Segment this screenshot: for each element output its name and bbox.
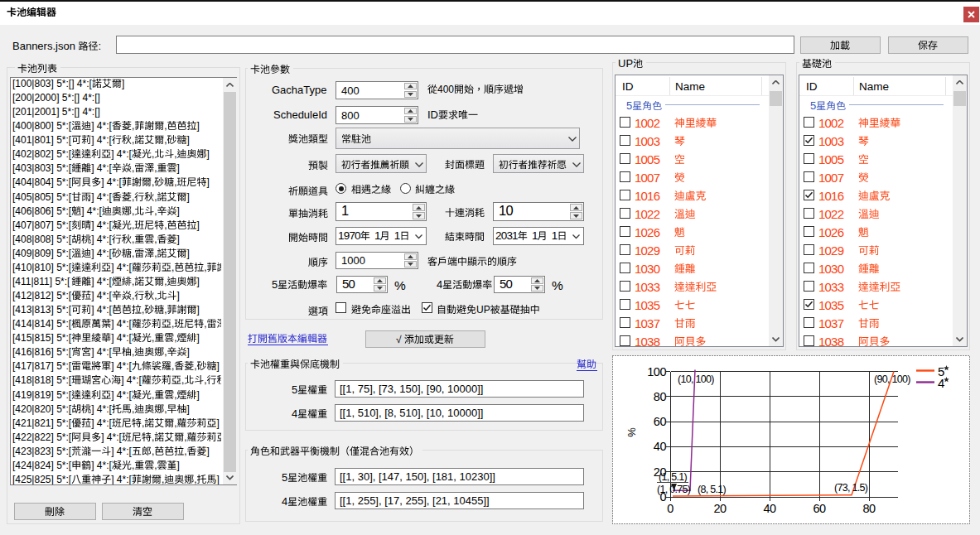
svg-text:,: , <box>164 219 167 231</box>
svg-text:] 4*:[: ] 4*:[ <box>91 403 112 415</box>
svg-text:,: , <box>142 417 144 429</box>
svg-text:40: 40 <box>654 440 667 453</box>
svg-text:] 4*:[: ] 4*:[ <box>91 162 112 174</box>
svg-text:1005: 1005 <box>635 152 660 166</box>
svg-text:[408|808] 5*:[: [408|808] 5*:[ <box>12 234 72 245</box>
svg-text:60: 60 <box>654 415 667 428</box>
svg-text:,: , <box>152 148 154 160</box>
svg-text:[407|807] 5*:[: [407|807] 5*:[ <box>12 219 72 231</box>
svg-text:(10, 100): (10, 100) <box>678 374 714 385</box>
svg-text:]: ] <box>197 276 200 287</box>
svg-text:]: ] <box>217 417 220 429</box>
svg-text:,: , <box>164 134 167 146</box>
svg-text:]: ] <box>177 460 180 471</box>
svg-text:]: ] <box>187 403 190 415</box>
svg-text:%: % <box>394 278 406 292</box>
svg-text:] 4*:[: ] 4*:[ <box>111 446 132 457</box>
svg-text:,: , <box>142 304 144 316</box>
svg-text:1035: 1035 <box>818 298 844 312</box>
svg-text:[413|813] 5*:[: [413|813] 5*:[ <box>12 304 72 316</box>
svg-text:,: , <box>174 417 176 429</box>
svg-text:√: √ <box>396 334 404 345</box>
svg-text:]: ] <box>187 191 190 203</box>
svg-text:,: , <box>171 360 174 372</box>
svg-text:1: 1 <box>369 229 380 242</box>
svg-text:400: 400 <box>341 84 360 97</box>
svg-text:4: 4 <box>437 278 442 291</box>
svg-text:1026: 1026 <box>635 225 660 239</box>
svg-text:]: ] <box>177 290 180 301</box>
svg-text:,: , <box>152 389 154 401</box>
svg-text:]: ] <box>122 78 124 89</box>
svg-text::: : <box>99 40 102 52</box>
svg-text:]: ] <box>187 134 190 146</box>
svg-text:,: , <box>164 276 167 287</box>
svg-text:1003: 1003 <box>818 134 844 148</box>
svg-text:,: , <box>164 304 167 316</box>
svg-text:100: 100 <box>647 365 666 378</box>
svg-text:1003: 1003 <box>635 134 660 148</box>
svg-text:[421|821] 5*:[: [421|821] 5*:[ <box>12 417 72 429</box>
svg-text:(1, 5.1): (1, 5.1) <box>659 471 688 483</box>
svg-text:]: ] <box>207 176 210 188</box>
svg-text:1030: 1030 <box>635 262 660 276</box>
svg-text:1016: 1016 <box>635 189 660 203</box>
svg-text:1: 1 <box>547 229 558 242</box>
svg-text:,: , <box>132 219 134 231</box>
svg-text:[403|803] 5*:[: [403|803] 5*:[ <box>12 162 72 174</box>
svg-text:] 4*:[: ] 4*:[ <box>91 219 112 231</box>
svg-text:50: 50 <box>342 277 355 291</box>
svg-text:1035: 1035 <box>635 298 660 312</box>
svg-text:]: ] <box>197 219 200 231</box>
svg-text:[412|812] 5*:[: [412|812] 5*:[ <box>12 290 72 301</box>
svg-text:0: 0 <box>667 502 673 515</box>
svg-text:1005: 1005 <box>818 152 844 166</box>
svg-text:1002: 1002 <box>635 116 660 130</box>
svg-text:400: 400 <box>437 84 454 95</box>
svg-text:80: 80 <box>862 502 876 515</box>
svg-text:] 4*:[: ] 4*:[ <box>101 431 122 443</box>
svg-text:] 4*:[: ] 4*:[ <box>91 304 112 316</box>
svg-text:ID: ID <box>622 80 634 93</box>
svg-text:1030: 1030 <box>818 262 844 276</box>
svg-text:,: , <box>154 460 157 471</box>
svg-text:,: , <box>162 474 164 484</box>
svg-text:] 4*:[: ] 4*:[ <box>91 248 112 259</box>
svg-text:]: ] <box>207 148 210 160</box>
svg-text:[418|818] 5*:[: [418|818] 5*:[ <box>12 374 72 386</box>
svg-text:[404|804] 5*:[: [404|804] 5*:[ <box>12 176 72 188</box>
svg-text:,: , <box>132 134 134 146</box>
svg-text:[[1, 75], [73, 150], [90, 1000: [[1, 75], [73, 150], [90, 10000]] <box>340 383 483 395</box>
svg-text:,: , <box>174 389 176 401</box>
svg-text:1000: 1000 <box>341 254 365 267</box>
svg-text:[419|819] 5*:[: [419|819] 5*:[ <box>12 389 72 401</box>
svg-text:]: ] <box>177 205 180 217</box>
svg-text:] 4*:[: ] 4*:[ <box>101 176 122 188</box>
svg-text:,: , <box>184 446 186 457</box>
svg-text:4: 4 <box>292 407 297 420</box>
svg-text:50: 50 <box>500 277 513 291</box>
svg-text:,: , <box>132 276 134 287</box>
svg-text:80: 80 <box>654 390 667 403</box>
svg-text:%: % <box>625 427 638 437</box>
svg-text:,: , <box>132 120 134 132</box>
svg-text:,: , <box>132 290 134 301</box>
svg-text:,: , <box>164 346 167 358</box>
svg-text:] 4*:[: ] 4*:[ <box>91 276 112 287</box>
svg-text:]: ] <box>217 360 220 372</box>
svg-text:,: , <box>132 234 134 245</box>
svg-text:[424|824] 5*:[: [424|824] 5*:[ <box>12 460 72 471</box>
svg-text:,: , <box>194 360 196 372</box>
svg-text:]: ] <box>197 389 200 401</box>
svg-text:,: , <box>171 262 174 273</box>
svg-text:1037: 1037 <box>635 316 660 330</box>
svg-text:,: , <box>132 162 134 174</box>
svg-text:1007: 1007 <box>818 171 844 185</box>
svg-text:1029: 1029 <box>635 243 660 258</box>
svg-text:] 4*:[: ] 4*:[ <box>91 460 112 471</box>
svg-text:[411|811] 5*:[: [411|811] 5*:[ <box>12 276 70 287</box>
svg-text:[402|802] 5*:[: [402|802] 5*:[ <box>12 148 72 160</box>
svg-text:] 4*:[: ] 4*:[ <box>111 332 132 344</box>
svg-text:1038: 1038 <box>818 335 844 349</box>
svg-text:Name: Name <box>675 80 705 93</box>
